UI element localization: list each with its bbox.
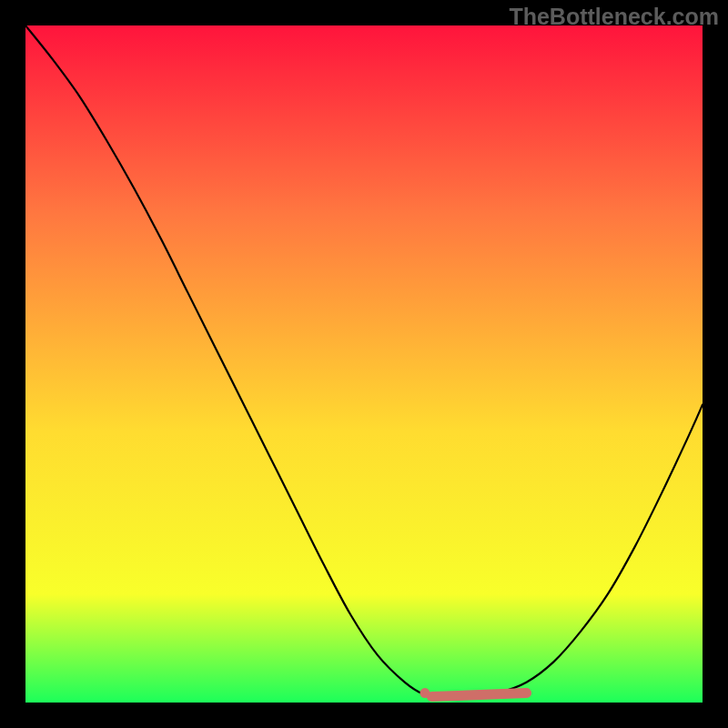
optimal-point-dot — [420, 688, 430, 698]
bottleneck-chart — [25, 25, 703, 703]
optimal-range-bar — [431, 693, 526, 697]
chart-frame: TheBottleneck.com — [0, 0, 728, 728]
gradient-background — [25, 25, 703, 703]
